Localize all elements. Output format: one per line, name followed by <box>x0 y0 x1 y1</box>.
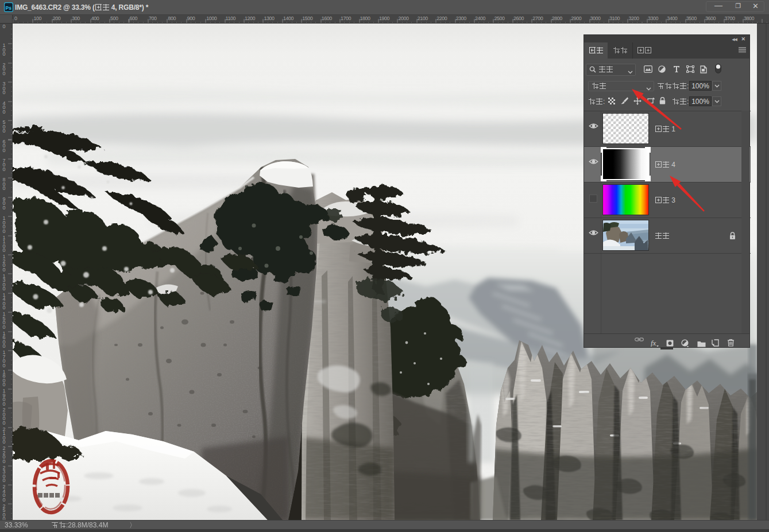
svg-text:fx: fx <box>651 339 656 347</box>
svg-text:Ps: Ps <box>6 5 12 11</box>
